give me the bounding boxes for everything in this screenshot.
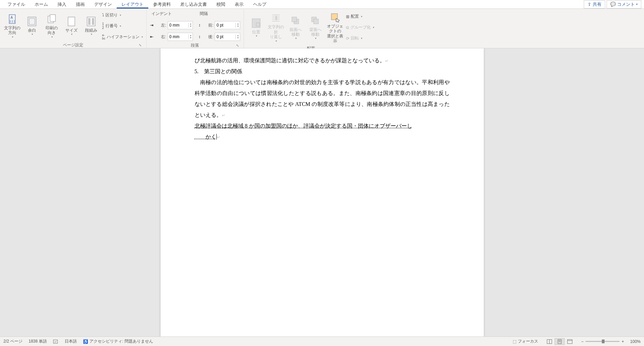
- doc-line-1: 5. 第三国との関係: [195, 68, 242, 74]
- indent-left-label: 左:: [155, 22, 166, 28]
- align-label: 配置: [351, 14, 359, 19]
- text-direction-button[interactable]: A 文字列の 方向: [3, 10, 21, 42]
- columns-icon: [86, 16, 97, 27]
- status-focus[interactable]: ⬚ フォーカス: [513, 339, 538, 344]
- spacing-before-field[interactable]: [215, 23, 235, 28]
- indent-left-input[interactable]: ▲▼: [168, 21, 193, 29]
- size-button[interactable]: サイズ: [63, 10, 80, 42]
- group-paragraph: インデント ⇥ 左: ▲▼ ⇤ 右: ▲▼: [147, 9, 244, 48]
- page-setup-dialog-launcher[interactable]: ⤡: [138, 43, 142, 47]
- menu-file[interactable]: ファイル: [3, 0, 30, 9]
- position-label: 位置: [252, 30, 260, 34]
- align-icon: ⊞: [346, 14, 349, 19]
- spacing-before-up[interactable]: ▲: [236, 23, 240, 25]
- doc-line-0: び北極航路の活用、環境保護問題に適切に対応できるかが課題となっている。: [195, 58, 385, 63]
- spacing-after-icon: ↕: [198, 34, 200, 39]
- spacing-before-input[interactable]: ▲▼: [215, 21, 240, 29]
- menu-design[interactable]: デザイン: [89, 0, 117, 9]
- hyphenation-label: ハイフネーション: [107, 34, 139, 40]
- zoom-track[interactable]: [585, 341, 620, 342]
- comment-button[interactable]: 💬 コメント ▾: [607, 0, 641, 9]
- indent-left-up[interactable]: ▲: [189, 23, 193, 25]
- indent-right-input[interactable]: ▲▼: [168, 33, 193, 41]
- share-button[interactable]: ⇪ 共有: [584, 0, 605, 9]
- line-numbers-button[interactable]: 12 行番号: [102, 21, 143, 31]
- columns-label: 段組み: [85, 28, 97, 33]
- spacing-after-down[interactable]: ▼: [236, 37, 240, 39]
- columns-button[interactable]: 段組み: [82, 10, 100, 42]
- text-direction-icon: A: [7, 13, 18, 25]
- spacing-after-label: 後:: [202, 34, 213, 40]
- svg-rect-3: [29, 18, 35, 25]
- doc-line-3: 北極評議会は北極域 8 か国の加盟国のほか、評議会が決定する国・団体にオブザーバ…: [195, 123, 412, 129]
- view-read-mode[interactable]: [544, 338, 555, 345]
- hyphenation-button[interactable]: a-bc ハイフネーション: [102, 32, 143, 42]
- menu-help[interactable]: ヘルプ: [248, 0, 271, 9]
- rotate-button: ⟳ 回転: [346, 34, 374, 43]
- spacing-before-icon: ↕: [198, 23, 200, 28]
- menu-review[interactable]: 校閲: [212, 0, 230, 9]
- align-button[interactable]: ⊞ 配置: [346, 12, 374, 21]
- page[interactable]: び北極航路の活用、環境保護問題に適切に対応できるかが課題となっている。↵ 5. …: [161, 48, 484, 336]
- bring-forward-icon: [290, 15, 301, 27]
- doc-line-2: 南極の法的地位については南極条約の対世的効力を主張する学説もあるが有力ではない。…: [195, 79, 450, 118]
- indent-right-down[interactable]: ▼: [189, 37, 193, 39]
- svg-rect-18: [53, 340, 57, 343]
- orientation-button[interactable]: 印刷の 向き: [43, 10, 61, 42]
- orientation-label: 印刷の 向き: [46, 26, 58, 35]
- comment-label: コメント: [617, 1, 635, 7]
- group-icon: ⧉: [346, 25, 349, 30]
- paragraph-dialog-launcher[interactable]: ⤡: [235, 44, 240, 48]
- svg-rect-16: [314, 19, 318, 24]
- svg-rect-12: [276, 16, 277, 20]
- status-accessibility[interactable]: ♿ アクセシビリティ: 問題ありません: [83, 339, 153, 344]
- document-area[interactable]: び北極航路の活用、環境保護問題に適切に対応できるかが課題となっている。↵ 5. …: [0, 48, 644, 336]
- indent-left-field[interactable]: [168, 23, 188, 28]
- svg-rect-8: [88, 18, 90, 25]
- menu-home[interactable]: ホーム: [30, 0, 53, 9]
- rotate-icon: ⟳: [346, 36, 349, 41]
- zoom-out[interactable]: −: [581, 339, 583, 344]
- send-backward-button: 背面へ 移動: [307, 10, 324, 45]
- spacing-after-field[interactable]: [215, 34, 235, 39]
- ribbon: A 文字列の 方向 余白 印刷の 向き サイズ: [0, 9, 644, 48]
- zoom-in[interactable]: +: [622, 339, 624, 344]
- comment-icon: 💬: [610, 2, 616, 7]
- menu-references[interactable]: 参考資料: [148, 0, 176, 9]
- doc-line-4: かく: [195, 134, 216, 140]
- view-web-layout[interactable]: [565, 338, 575, 345]
- group-label: グループ化: [350, 25, 371, 30]
- selection-pane-label: オブジェクトの 選択と表示: [327, 24, 343, 44]
- spacing-before-down[interactable]: ▼: [236, 25, 240, 28]
- zoom-thumb[interactable]: [602, 340, 605, 343]
- status-words[interactable]: 1838 単語: [29, 339, 47, 344]
- spacing-after-input[interactable]: ▲▼: [215, 33, 240, 41]
- indent-right-field[interactable]: [168, 34, 188, 39]
- status-zoom[interactable]: 100%: [630, 339, 641, 344]
- menu-draw[interactable]: 描画: [71, 0, 89, 9]
- menu-mailings[interactable]: 差し込み文書: [176, 0, 212, 9]
- indent-left-icon: ⇥: [150, 23, 153, 28]
- indent-right-up[interactable]: ▲: [189, 34, 193, 37]
- group-page-setup: A 文字列の 方向 余白 印刷の 向き サイズ: [0, 9, 147, 48]
- document-text[interactable]: び北極航路の活用、環境保護問題に適切に対応できるかが課題となっている。↵ 5. …: [195, 55, 450, 142]
- status-spellcheck[interactable]: [53, 339, 59, 344]
- zoom-slider[interactable]: − +: [581, 339, 624, 344]
- spacing-after-up[interactable]: ▲: [236, 34, 240, 37]
- status-language[interactable]: 日本語: [65, 339, 77, 344]
- margins-button[interactable]: 余白: [23, 10, 41, 42]
- view-print-layout[interactable]: [555, 338, 565, 345]
- menu-layout[interactable]: レイアウト: [117, 0, 148, 9]
- status-page[interactable]: 2/2 ページ: [3, 339, 22, 344]
- indent-left-down[interactable]: ▼: [189, 25, 193, 28]
- size-label: サイズ: [65, 28, 78, 33]
- svg-rect-24: [567, 340, 572, 344]
- wrap-text-button: 文字列の折 り返し: [267, 10, 285, 45]
- accessibility-icon: ♿: [83, 339, 88, 344]
- menu-view[interactable]: 表示: [230, 0, 248, 9]
- selection-pane-button[interactable]: オブジェクトの 選択と表示: [326, 10, 344, 45]
- breaks-button[interactable]: ⤵ 区切り: [102, 10, 143, 20]
- bring-forward-button: 前面へ 移動: [287, 10, 304, 45]
- menu-insert[interactable]: 挿入: [53, 0, 71, 9]
- position-button: 位置: [247, 10, 265, 45]
